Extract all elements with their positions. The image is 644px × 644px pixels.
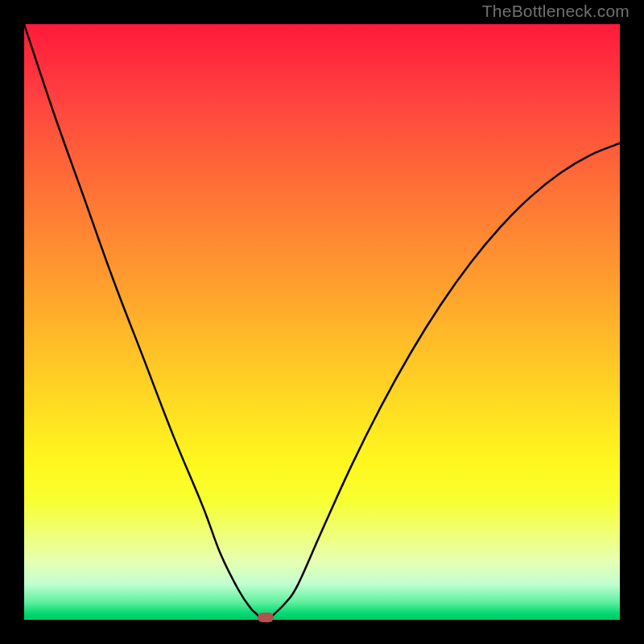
optimal-point-marker: [258, 613, 274, 622]
bottleneck-curve: [24, 24, 620, 620]
plot-area: [24, 24, 620, 620]
attribution-text: TheBottleneck.com: [482, 2, 630, 21]
